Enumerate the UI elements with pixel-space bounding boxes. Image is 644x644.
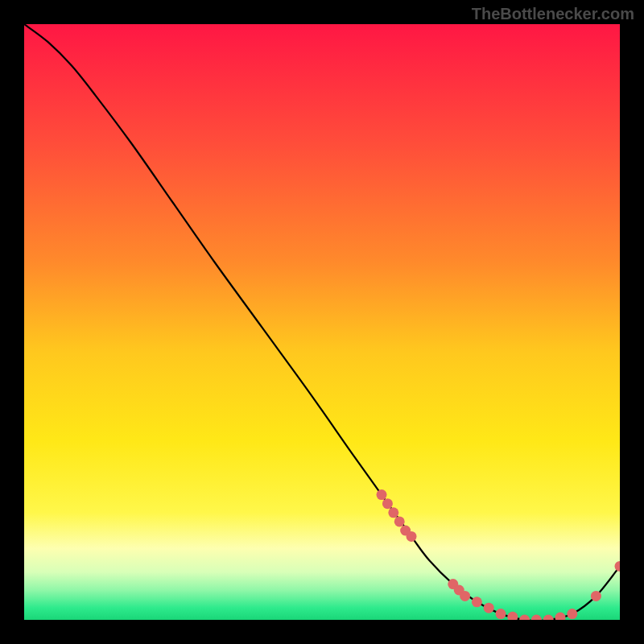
data-marker	[382, 498, 393, 509]
data-marker	[591, 591, 601, 601]
watermark-text: TheBottlenecker.com	[472, 5, 634, 23]
data-marker	[472, 597, 482, 607]
chart-background	[24, 24, 620, 620]
data-marker	[567, 609, 577, 619]
chart-svg	[24, 24, 620, 620]
data-marker	[460, 591, 470, 601]
chart-plot-area	[24, 24, 620, 620]
data-marker	[377, 489, 387, 500]
data-marker	[388, 507, 398, 518]
data-marker	[484, 603, 494, 613]
data-marker	[394, 516, 405, 526]
data-marker	[496, 609, 506, 619]
data-marker	[407, 531, 417, 542]
